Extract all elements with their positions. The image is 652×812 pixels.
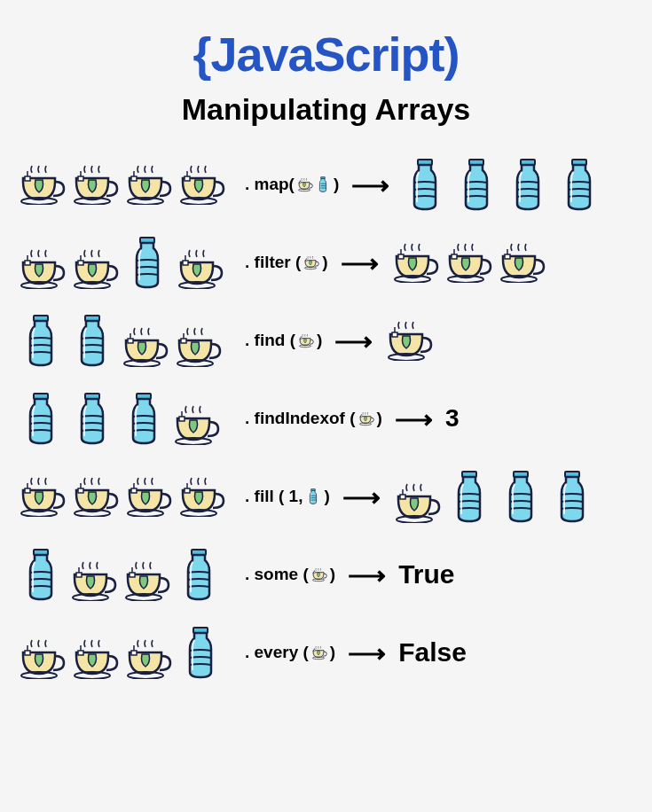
arrow-icon: ⟶ <box>341 247 379 278</box>
tea-icon <box>18 248 66 289</box>
method-row: . filter ()⟶ <box>18 231 634 293</box>
output-array <box>402 158 602 211</box>
tea-icon <box>385 320 433 361</box>
tea-icon <box>498 242 546 283</box>
tea-icon <box>71 638 119 679</box>
tea-icon <box>176 248 224 289</box>
input-array <box>18 236 240 289</box>
bottle-icon <box>69 392 115 445</box>
bottle-icon <box>18 548 64 601</box>
bottle-icon <box>18 314 64 367</box>
tea-icon <box>124 476 172 517</box>
tea-icon <box>297 176 313 192</box>
method-label: . some () <box>245 565 335 584</box>
tea-icon <box>122 560 170 601</box>
bottle-icon <box>121 392 167 445</box>
bottle-icon <box>176 548 222 601</box>
tea-icon <box>71 476 119 517</box>
method-row: . find ()⟶ <box>18 309 634 371</box>
method-row: . findIndexof ()⟶3 <box>18 387 634 449</box>
bottle-icon <box>556 158 602 211</box>
bottle-icon <box>18 392 64 445</box>
method-rows: . map()⟶. filter ()⟶. find ()⟶. findInde… <box>18 153 634 683</box>
tea-icon <box>177 476 225 517</box>
bottle-icon <box>402 158 448 211</box>
tea-icon <box>18 164 66 205</box>
tea-icon <box>18 638 66 679</box>
arrow-icon: ⟶ <box>395 403 433 434</box>
tea-icon <box>311 566 327 582</box>
input-array <box>18 626 240 679</box>
method-label: . every () <box>245 643 335 662</box>
method-label: . filter () <box>245 253 328 272</box>
arrow-icon: ⟶ <box>348 637 386 668</box>
input-array <box>18 392 240 445</box>
bottle-icon <box>177 626 224 679</box>
tea-icon <box>311 644 327 660</box>
tea-icon <box>69 560 117 601</box>
method-row: . some ()⟶True <box>18 543 634 605</box>
tea-icon <box>71 248 119 289</box>
tea-icon <box>18 476 66 517</box>
output-text: True <box>398 559 454 589</box>
tea-icon <box>121 326 169 367</box>
method-label: . find () <box>245 331 322 350</box>
tea-icon <box>172 404 220 445</box>
tea-icon <box>358 410 374 426</box>
bottle-icon <box>69 314 115 367</box>
arrow-icon: ⟶ <box>351 169 389 200</box>
bottle-icon <box>305 488 321 504</box>
tea-icon <box>174 326 222 367</box>
input-array <box>18 314 240 367</box>
method-row: . fill ( 1,)⟶ <box>18 465 634 527</box>
method-label: . findIndexof () <box>245 409 382 428</box>
output-array <box>393 470 595 523</box>
tea-icon <box>303 254 319 270</box>
arrow-icon: ⟶ <box>342 481 381 512</box>
input-array <box>18 164 240 205</box>
bottle-icon <box>505 158 551 211</box>
arrow-icon: ⟶ <box>334 325 373 356</box>
input-array <box>18 548 240 601</box>
tea-icon <box>124 638 172 679</box>
tea-icon <box>391 242 439 283</box>
page-subtitle: Manipulating Arrays <box>18 92 634 127</box>
page-title: {JavaScript) <box>18 27 634 82</box>
tea-icon <box>177 164 225 205</box>
method-row: . every ()⟶False <box>18 621 634 683</box>
method-label: . fill ( 1,) <box>245 487 330 506</box>
bottle-icon <box>315 176 331 192</box>
output-text: 3 <box>445 404 460 433</box>
arrow-icon: ⟶ <box>348 559 386 590</box>
bottle-icon <box>446 470 492 523</box>
tea-icon <box>298 332 314 348</box>
input-array <box>18 476 240 517</box>
output-array <box>385 320 433 361</box>
tea-icon <box>444 242 492 283</box>
method-label: . map() <box>245 175 339 194</box>
output-text: False <box>398 637 467 668</box>
output-array <box>391 242 546 283</box>
bottle-icon <box>498 470 544 523</box>
bottle-icon <box>124 236 170 289</box>
bottle-icon <box>549 470 595 523</box>
tea-icon <box>124 164 172 205</box>
tea-icon <box>393 482 441 523</box>
bottle-icon <box>453 158 499 211</box>
method-row: . map()⟶ <box>18 153 634 215</box>
tea-icon <box>71 164 119 205</box>
